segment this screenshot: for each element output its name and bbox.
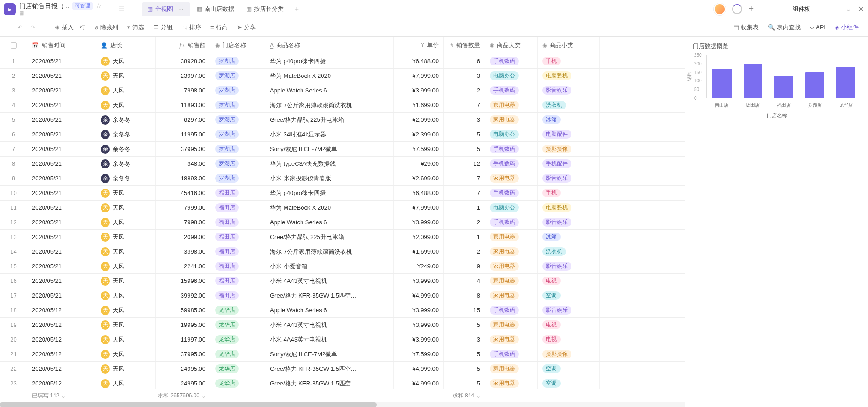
cell-category[interactable]: 手机数码 bbox=[485, 157, 538, 171]
cell-product[interactable]: 小米 4A43英寸电视机 bbox=[265, 318, 394, 332]
scrollbar-thumb[interactable] bbox=[0, 402, 377, 407]
cell-amount[interactable]: 19995.00 bbox=[156, 318, 210, 332]
cell-subcategory[interactable]: 影音娱乐 bbox=[538, 215, 590, 229]
cell-manager[interactable]: 天天风 bbox=[96, 259, 156, 273]
cell-manager[interactable]: 天天风 bbox=[96, 98, 156, 112]
cell-date[interactable]: 2020/05/21 bbox=[27, 127, 96, 141]
cell-store[interactable]: 福田店 bbox=[210, 288, 265, 303]
cell-product[interactable]: Apple Watch Series 6 bbox=[265, 215, 394, 229]
cell-qty[interactable]: 1 bbox=[444, 230, 485, 244]
cell-category[interactable]: 手机数码 bbox=[485, 347, 538, 361]
cell-manager[interactable]: 天天风 bbox=[96, 332, 156, 347]
cell-date[interactable]: 2020/05/21 bbox=[27, 83, 96, 98]
cell-qty[interactable]: 5 bbox=[444, 318, 485, 332]
cell-subcategory[interactable]: 电视 bbox=[538, 318, 590, 332]
cell-amount[interactable]: 7998.00 bbox=[156, 215, 210, 229]
cell-qty[interactable]: 15 bbox=[444, 303, 485, 317]
cell-qty[interactable]: 8 bbox=[444, 288, 485, 303]
cell-qty[interactable]: 5 bbox=[444, 362, 485, 376]
add-view-button[interactable]: + bbox=[290, 2, 303, 16]
cell-product[interactable]: Gree/格力晶弘 225升电冰箱 bbox=[265, 230, 394, 244]
redo-button[interactable]: ↷ bbox=[27, 22, 38, 33]
cell-category[interactable]: 电脑办公 bbox=[485, 69, 538, 83]
col-store[interactable]: ◉门店名称 bbox=[210, 37, 265, 54]
cell-store[interactable]: 福田店 bbox=[210, 215, 265, 229]
cell-date[interactable]: 2020/05/21 bbox=[27, 113, 96, 127]
cell-store[interactable]: 龙华店 bbox=[210, 332, 265, 347]
cell-manager[interactable]: 余余冬冬 bbox=[96, 142, 156, 156]
cell-date[interactable]: 2020/05/21 bbox=[27, 274, 96, 288]
tab-all-view[interactable]: ▦ 全视图 ⋯ bbox=[142, 2, 190, 16]
cell-product[interactable]: 小米 米家投影仪青春版 bbox=[265, 171, 394, 185]
cell-price[interactable]: ¥2,699.00 bbox=[394, 171, 444, 185]
cell-manager[interactable]: 天天风 bbox=[96, 201, 156, 215]
cell-store[interactable]: 罗湖店 bbox=[210, 98, 265, 112]
cell-amount[interactable]: 45416.00 bbox=[156, 186, 210, 200]
cell-store[interactable]: 罗湖店 bbox=[210, 157, 265, 171]
more-icon[interactable]: ⋯ bbox=[175, 5, 185, 12]
cell-qty[interactable]: 6 bbox=[444, 54, 485, 68]
cell-store[interactable]: 罗湖店 bbox=[210, 142, 265, 156]
cell-date[interactable]: 2020/05/12 bbox=[27, 347, 96, 361]
cell-amount[interactable]: 2099.00 bbox=[156, 230, 210, 244]
cell-amount[interactable]: 38928.00 bbox=[156, 54, 210, 68]
api-button[interactable]: ‹›API bbox=[806, 22, 829, 33]
cell-subcategory[interactable]: 影音娱乐 bbox=[538, 259, 590, 273]
cell-amount[interactable]: 11995.00 bbox=[156, 127, 210, 141]
cell-price[interactable]: ¥3,999.00 bbox=[394, 83, 444, 98]
cell-date[interactable]: 2020/05/21 bbox=[27, 98, 96, 112]
cell-store[interactable]: 福田店 bbox=[210, 201, 265, 215]
cell-product[interactable]: Apple Watch Series 6 bbox=[265, 83, 394, 98]
footer-amount-sum[interactable]: 求和 2657696.00 ⌄ bbox=[156, 389, 210, 402]
table-row[interactable]: 202020/05/12天天风11997.00龙华店小米 4A43英寸电视机¥3… bbox=[0, 332, 685, 347]
cell-date[interactable]: 2020/05/21 bbox=[27, 157, 96, 171]
group-button[interactable]: ☰分组 bbox=[150, 22, 176, 33]
cell-date[interactable]: 2020/05/12 bbox=[27, 362, 96, 376]
cell-qty[interactable]: 2 bbox=[444, 215, 485, 229]
cell-category[interactable]: 家用电器 bbox=[485, 376, 538, 389]
cell-subcategory[interactable]: 摄影摄像 bbox=[538, 347, 590, 361]
cell-product[interactable]: Gree/格力晶弘 225升电冰箱 bbox=[265, 113, 394, 127]
cell-price[interactable]: ¥1,699.00 bbox=[394, 98, 444, 112]
checkbox-icon[interactable] bbox=[11, 42, 17, 49]
cell-category[interactable]: 手机数码 bbox=[485, 54, 538, 68]
cell-date[interactable]: 2020/05/21 bbox=[27, 186, 96, 200]
cell-price[interactable]: ¥1,699.00 bbox=[394, 244, 444, 259]
cell-manager[interactable]: 余余冬冬 bbox=[96, 157, 156, 171]
share-button[interactable]: ➤分享 bbox=[233, 22, 259, 33]
cell-subcategory[interactable]: 冰箱 bbox=[538, 230, 590, 244]
cell-store[interactable]: 龙华店 bbox=[210, 376, 265, 389]
cell-amount[interactable]: 7999.00 bbox=[156, 201, 210, 215]
cell-store[interactable]: 罗湖店 bbox=[210, 54, 265, 68]
cell-product[interactable]: 小米 34吋准4k显示器 bbox=[265, 127, 394, 141]
chart-bar[interactable] bbox=[712, 69, 732, 98]
cell-product[interactable]: Sony/索尼 ILCE-7M2微单 bbox=[265, 347, 394, 361]
cell-qty[interactable]: 9 bbox=[444, 259, 485, 273]
cell-manager[interactable]: 天天风 bbox=[96, 69, 156, 83]
cell-subcategory[interactable]: 影音娱乐 bbox=[538, 171, 590, 185]
cell-qty[interactable]: 4 bbox=[444, 274, 485, 288]
cell-amount[interactable]: 37995.00 bbox=[156, 347, 210, 361]
cell-store[interactable]: 龙华店 bbox=[210, 347, 265, 361]
cell-qty[interactable]: 5 bbox=[444, 127, 485, 141]
cell-manager[interactable]: 天天风 bbox=[96, 54, 156, 68]
table-row[interactable]: 162020/05/21天天风15996.00福田店小米 4A43英寸电视机¥3… bbox=[0, 274, 685, 288]
cell-manager[interactable]: 天天风 bbox=[96, 186, 156, 200]
cell-product[interactable]: 海尔 7公斤家用薄款滚筒洗衣机 bbox=[265, 98, 394, 112]
cell-store[interactable]: 罗湖店 bbox=[210, 83, 265, 98]
cell-store[interactable]: 福田店 bbox=[210, 274, 265, 288]
cell-amount[interactable]: 15996.00 bbox=[156, 274, 210, 288]
cell-product[interactable]: Gree/格力 KFR-35GW 1.5匹空... bbox=[265, 362, 394, 376]
cell-store[interactable]: 龙华店 bbox=[210, 303, 265, 317]
cell-store[interactable]: 福田店 bbox=[210, 186, 265, 200]
select-all-cell[interactable] bbox=[0, 37, 27, 54]
cell-price[interactable]: ¥7,999.00 bbox=[394, 201, 444, 215]
cell-price[interactable]: ¥3,999.00 bbox=[394, 332, 444, 347]
cell-manager[interactable]: 余余冬冬 bbox=[96, 113, 156, 127]
cell-amount[interactable]: 11997.00 bbox=[156, 332, 210, 347]
cell-category[interactable]: 手机数码 bbox=[485, 303, 538, 317]
cell-price[interactable]: ¥6,488.00 bbox=[394, 54, 444, 68]
table-body[interactable]: 12020/05/21天天风38928.00罗湖店华为 p40pro徕卡四摄¥6… bbox=[0, 54, 685, 389]
cell-price[interactable]: ¥29.00 bbox=[394, 157, 444, 171]
cell-price[interactable]: ¥3,999.00 bbox=[394, 274, 444, 288]
